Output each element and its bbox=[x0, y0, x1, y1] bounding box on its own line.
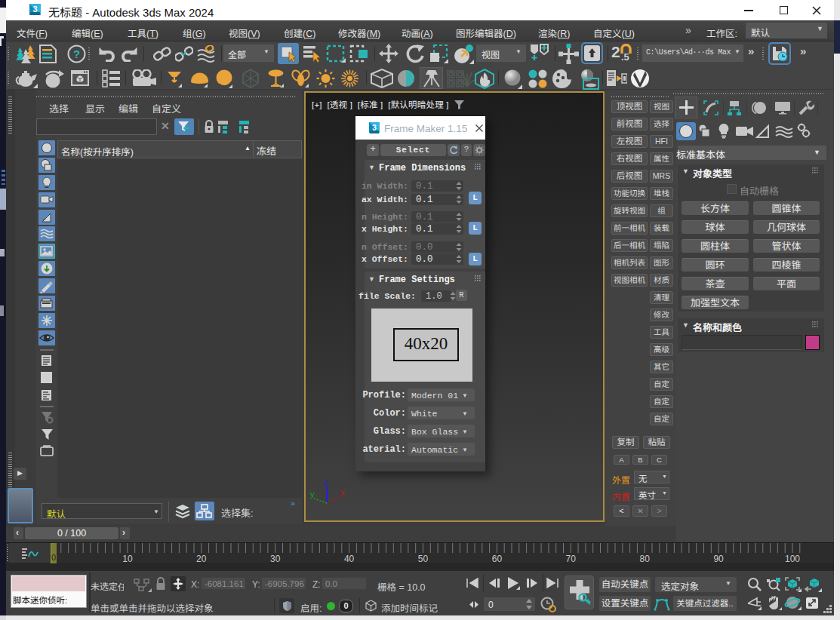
svg-text:y: y bbox=[310, 490, 315, 499]
svg-text:3: 3 bbox=[372, 124, 377, 132]
svg-text:x: x bbox=[340, 488, 345, 497]
svg-text:3: 3 bbox=[32, 5, 37, 14]
svg-text:z: z bbox=[324, 477, 328, 486]
svg-text:?: ? bbox=[73, 48, 80, 60]
